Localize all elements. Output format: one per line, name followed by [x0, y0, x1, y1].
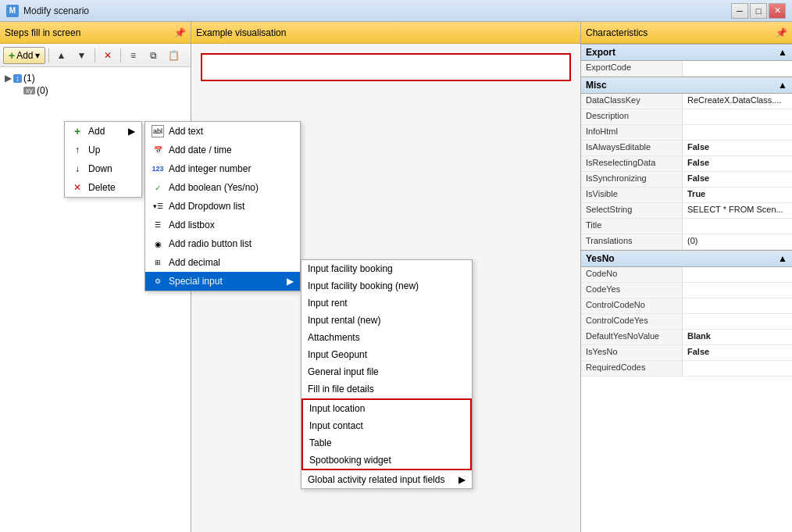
copy-button[interactable]: ⧉	[144, 47, 163, 64]
add-text-item[interactable]: abl Add text	[145, 122, 300, 141]
prop-val-infohtml[interactable]	[683, 125, 792, 140]
prop-val-isalwayseditable[interactable]: False	[683, 141, 792, 155]
window-controls: ─ □ ✕	[731, 3, 786, 19]
prop-val-isreselectingdata[interactable]: False	[683, 156, 792, 171]
add-listbox-item[interactable]: ☰ Add listbox	[145, 216, 300, 234]
down-button[interactable]: ▼	[73, 47, 91, 64]
prop-val-selectstring[interactable]: SELECT * FROM Scen...	[683, 203, 792, 218]
sp-geopunt-item[interactable]: Input Geopunt	[301, 346, 472, 363]
add-plus-icon: +	[9, 49, 15, 62]
ctx-down-item[interactable]: ↓ Down	[65, 159, 141, 178]
sp-input-file-item[interactable]: General input file	[301, 363, 472, 380]
text-icon: abl	[152, 125, 164, 137]
maximize-button[interactable]: □	[750, 3, 767, 19]
prop-key-issynchronizing: IsSynchronizing	[581, 172, 683, 187]
prop-val-dataclasskey[interactable]: ReCreateX.DataClass....	[683, 94, 792, 109]
sp-location-item[interactable]: Input location	[303, 400, 470, 417]
prop-key-controlcodeyes: ControlCodeYes	[581, 314, 683, 329]
add-dropdown-label: Add Dropdown list	[169, 201, 244, 212]
prop-row-isvisible: IsVisible True	[581, 187, 792, 203]
center-title: Example visualisation	[196, 27, 286, 38]
add-date-item[interactable]: 📅 Add date / time	[145, 141, 300, 159]
sp-facility-booking-new-item[interactable]: Input facility booking (new)	[301, 277, 472, 295]
special-input-item[interactable]: ⚙ Special input ▶	[145, 272, 300, 291]
add-decimal-item[interactable]: ⊞ Add decimal	[145, 253, 300, 272]
sp-rent-item[interactable]: Input rent	[301, 295, 472, 312]
prop-val-requiredcodes[interactable]	[683, 361, 792, 376]
tree-root[interactable]: ▶ ↕ (1)	[5, 72, 186, 84]
prop-val-isyesno[interactable]: False	[683, 345, 792, 360]
prop-val-title[interactable]	[683, 219, 792, 234]
paste-button[interactable]: 📋	[165, 47, 184, 64]
add-boolean-item[interactable]: ✓ Add boolean (Yes/no)	[145, 178, 300, 197]
up-button[interactable]: ▲	[52, 47, 71, 64]
ctx-delete-label: Delete	[88, 182, 116, 193]
prop-val-codeno[interactable]	[683, 267, 792, 282]
integer-icon: 123	[152, 162, 164, 175]
sp-spotbooking-item[interactable]: Spotbooking widget	[303, 452, 470, 469]
prop-val-codeyes[interactable]	[683, 283, 792, 298]
add-dropdown-item[interactable]: ▾☰ Add Dropdown list	[145, 197, 300, 216]
tree-root-label: (1)	[23, 73, 35, 84]
prop-row-requiredcodes: RequiredCodes	[581, 361, 792, 377]
section-export-label: Export	[586, 47, 615, 58]
sp-geopunt-label: Input Geopunt	[308, 349, 367, 360]
prop-val-issynchronizing[interactable]: False	[683, 172, 792, 187]
align-button[interactable]: ≡	[124, 47, 143, 64]
sp-attachments-item[interactable]: Attachments	[301, 329, 472, 346]
right-panel-title: Characteristics	[586, 27, 648, 38]
ctx-delete-item[interactable]: ✕ Delete	[65, 178, 141, 197]
prop-key-description: Description	[581, 109, 683, 124]
boolean-icon: ✓	[152, 181, 164, 194]
add-integer-item[interactable]: 123 Add integer number	[145, 159, 300, 178]
right-panel-header: Characteristics 📌	[581, 22, 792, 44]
dropdown-icon: ▾☰	[152, 200, 164, 212]
delete-button[interactable]: ✕	[98, 47, 117, 64]
section-export: Export ▲	[581, 44, 792, 61]
center-header: Example visualisation	[191, 22, 580, 44]
ctx-up-label: Up	[88, 145, 100, 155]
sp-global-item[interactable]: Global activity related input fields ▶	[301, 471, 472, 488]
sp-rental-new-item[interactable]: Input rental (new)	[301, 312, 472, 329]
listbox-icon: ☰	[152, 219, 164, 231]
pin-icon[interactable]: 📌	[174, 27, 186, 38]
minimize-button[interactable]: ─	[731, 3, 748, 19]
prop-val-controlcodeyes[interactable]	[683, 314, 792, 329]
prop-val-exportcode[interactable]	[683, 61, 792, 76]
separator-3	[120, 48, 121, 62]
tree-child-icon: xy	[23, 87, 35, 95]
prop-row-isyesno: IsYesNo False	[581, 345, 792, 361]
delete-icon: ✕	[71, 181, 84, 194]
close-button[interactable]: ✕	[769, 3, 786, 19]
add-radio-label: Add radio button list	[169, 238, 252, 249]
prop-row-controlcodeyes: ControlCodeYes	[581, 314, 792, 330]
prop-row-issynchronizing: IsSynchronizing False	[581, 172, 792, 187]
section-export-scroll: ▲	[778, 47, 787, 58]
date-icon: 📅	[152, 144, 164, 156]
prop-val-description[interactable]	[683, 109, 792, 124]
add-button[interactable]: + Add ▾	[3, 47, 45, 64]
prop-row-controlcodeno: ControlCodeNo	[581, 298, 792, 314]
sp-table-item[interactable]: Table	[303, 434, 470, 452]
sp-contact-item[interactable]: Input contact	[303, 417, 470, 434]
prop-val-defaultyesnovalue[interactable]: Blank	[683, 330, 792, 345]
ctx-add-item[interactable]: + Add ▶	[65, 122, 141, 141]
right-pin-icon[interactable]: 📌	[776, 27, 787, 38]
ctx-up-item[interactable]: ↑ Up	[65, 141, 141, 159]
tree-child[interactable]: xy (0)	[5, 84, 186, 97]
prop-val-controlcodeno[interactable]	[683, 298, 792, 313]
sp-fill-file-item[interactable]: Fill in file details	[301, 380, 472, 398]
prop-val-translations[interactable]: (0)	[683, 234, 792, 249]
prop-row-codeyes: CodeYes	[581, 283, 792, 298]
special-input-icon: ⚙	[152, 275, 164, 287]
sp-attachments-label: Attachments	[308, 332, 360, 343]
prop-key-codeyes: CodeYes	[581, 283, 683, 298]
sp-facility-booking-item[interactable]: Input facility booking	[301, 260, 472, 277]
add-label: Add	[16, 50, 33, 61]
prop-row-dataclasskey: DataClassKey ReCreateX.DataClass....	[581, 94, 792, 109]
special-bordered-group: Input location Input contact Table Spotb…	[301, 398, 472, 470]
prop-key-translations: Translations	[581, 234, 683, 249]
ctx-add-label: Add	[88, 126, 105, 137]
add-radio-item[interactable]: ◉ Add radio button list	[145, 234, 300, 253]
prop-val-isvisible[interactable]: True	[683, 187, 792, 202]
